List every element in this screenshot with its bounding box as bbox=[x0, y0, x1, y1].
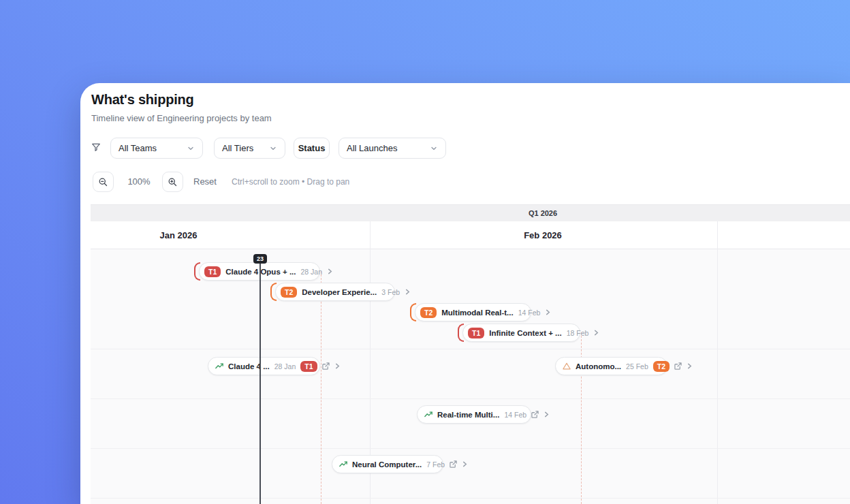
month-label-feb: Feb 2026 bbox=[524, 221, 562, 249]
status-filter-button[interactable]: Status bbox=[294, 138, 330, 159]
project-date: 18 Feb bbox=[567, 329, 589, 337]
tier-badge: T2 bbox=[653, 361, 670, 372]
chevron-down-icon bbox=[187, 144, 195, 153]
chevron-right-icon bbox=[327, 268, 333, 274]
launch-date: 14 Feb bbox=[504, 411, 526, 419]
teams-filter-dropdown[interactable]: All Teams bbox=[110, 138, 203, 159]
teams-filter-value: All Teams bbox=[119, 143, 157, 153]
tier-badge: T2 bbox=[281, 287, 297, 298]
launch-item-autonomous[interactable]: Autonomo... 25 Feb T2 bbox=[555, 357, 667, 375]
warning-icon bbox=[563, 362, 571, 370]
chevron-right-icon bbox=[462, 461, 468, 467]
project-bar-developer-experience[interactable]: T2 Developer Experie... 3 Feb bbox=[275, 283, 395, 301]
project-date: 28 Jan bbox=[300, 268, 322, 276]
chevron-right-icon bbox=[405, 289, 411, 295]
zoom-in-button[interactable] bbox=[162, 172, 183, 192]
tiers-filter-value: All Tiers bbox=[222, 143, 253, 153]
project-date: 3 Feb bbox=[381, 288, 400, 296]
chevron-down-icon bbox=[430, 144, 438, 153]
month-gridline bbox=[717, 221, 718, 504]
page-title: What's shipping bbox=[91, 92, 194, 108]
tier-badge: T1 bbox=[300, 361, 317, 372]
lane-divider bbox=[91, 349, 850, 349]
lane-divider bbox=[91, 498, 850, 499]
tiers-filter-dropdown[interactable]: All Tiers bbox=[214, 138, 285, 159]
launch-date: 25 Feb bbox=[626, 362, 648, 371]
external-link-icon bbox=[322, 362, 330, 370]
trending-up-icon bbox=[215, 363, 223, 370]
chevron-right-icon bbox=[545, 309, 551, 315]
deadline-marker-line bbox=[321, 271, 321, 504]
launch-item-claude-4[interactable]: Claude 4 ... 28 Jan T1 bbox=[208, 357, 320, 375]
quarter-label: Q1 2026 bbox=[529, 209, 557, 217]
launch-date: 7 Feb bbox=[426, 460, 445, 469]
chevron-right-icon bbox=[334, 363, 341, 369]
zoom-level: 100% bbox=[119, 176, 159, 187]
launch-name: Real-time Multi... bbox=[437, 411, 499, 419]
launch-item-realtime-multimodal[interactable]: Real-time Multi... 14 Feb bbox=[417, 405, 531, 424]
whats-shipping-panel: What's shipping Timeline view of Enginee… bbox=[80, 83, 850, 504]
launches-filter-dropdown[interactable]: All Launches bbox=[339, 138, 446, 159]
launch-item-neural-computer[interactable]: Neural Computer... 7 Feb bbox=[332, 455, 443, 473]
external-link-icon bbox=[674, 362, 682, 370]
chevron-right-icon bbox=[593, 330, 599, 336]
project-name: Developer Experie... bbox=[302, 288, 377, 296]
tier-badge: T2 bbox=[420, 307, 437, 318]
page-subtitle: Timeline view of Engineering projects by… bbox=[91, 113, 272, 123]
lane-divider bbox=[91, 398, 850, 399]
project-name: Infinite Context + ... bbox=[489, 329, 561, 337]
launch-date: 28 Jan bbox=[274, 362, 296, 371]
project-name: Multimodal Real-t... bbox=[441, 309, 513, 317]
trending-up-icon bbox=[339, 461, 347, 468]
timeline-canvas[interactable]: Q1 2026 Jan 2026 Feb 2026 T1 Claude 4 Op… bbox=[91, 204, 850, 504]
project-date: 14 Feb bbox=[518, 309, 541, 317]
project-bar-multimodal-realtime[interactable]: T2 Multimodal Real-t... 14 Feb bbox=[415, 303, 531, 321]
external-link-icon bbox=[531, 411, 539, 418]
tier-badge: T1 bbox=[468, 328, 484, 338]
today-marker-badge: 23 bbox=[253, 254, 267, 264]
filter-icon bbox=[91, 142, 101, 153]
month-label-jan: Jan 2026 bbox=[160, 221, 198, 249]
launch-name: Autonomo... bbox=[576, 362, 621, 371]
zoom-out-button[interactable] bbox=[93, 172, 114, 192]
chevron-right-icon bbox=[544, 411, 550, 418]
status-filter-label: Status bbox=[298, 143, 326, 153]
chevron-down-icon bbox=[269, 144, 277, 153]
pan-zoom-hint: Ctrl+scroll to zoom • Drag to pan bbox=[232, 177, 349, 187]
launch-name: Claude 4 ... bbox=[228, 362, 270, 371]
launches-filter-value: All Launches bbox=[347, 143, 397, 153]
trending-up-icon bbox=[424, 411, 432, 418]
lane-divider bbox=[91, 448, 850, 449]
launch-name: Neural Computer... bbox=[352, 460, 422, 469]
chevron-right-icon bbox=[687, 363, 693, 369]
tier-badge: T1 bbox=[204, 266, 221, 277]
today-marker-line bbox=[259, 256, 261, 504]
quarter-header: Q1 2026 bbox=[91, 204, 850, 221]
reset-zoom-button[interactable]: Reset bbox=[193, 176, 217, 187]
external-link-icon bbox=[450, 460, 457, 468]
project-bar-infinite-context[interactable]: T1 Infinite Context + ... 18 Feb bbox=[462, 324, 580, 342]
month-header: Jan 2026 Feb 2026 bbox=[91, 221, 850, 249]
